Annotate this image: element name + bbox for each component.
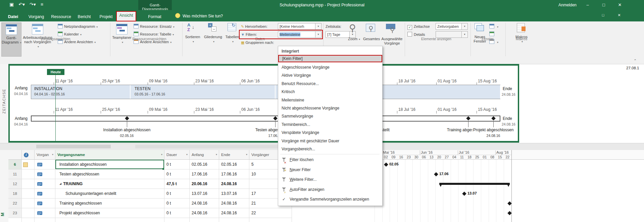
splitter-thumb[interactable] [36, 145, 111, 148]
table-cell-anfang[interactable]: 13.07.16 [190, 189, 219, 199]
arrange-all-button[interactable]: ▾ [489, 23, 498, 30]
close-icon[interactable]: ✕ [617, 2, 623, 7]
table-cell-info[interactable] [22, 160, 35, 169]
timeline-bar-primary[interactable]: INSTALLATION04.04.16 - 02.05.16TESTEN03.… [31, 85, 500, 99]
gantt-milestone-diamond[interactable] [434, 172, 438, 176]
column-filter-arrow-icon[interactable]: ▾ [161, 150, 162, 159]
column-filter-arrow-icon[interactable]: ▾ [246, 150, 247, 159]
table-cell-anfang[interactable]: 17.06.16 [190, 169, 219, 179]
table-cell-id[interactable]: 12 [8, 179, 22, 189]
table-cell-info[interactable] [22, 169, 35, 179]
table-cell-name[interactable]: Testen abgeschlossen [55, 169, 164, 179]
selection-fill-handle[interactable] [162, 168, 164, 170]
table-cell-dauer[interactable]: 0 t [164, 160, 190, 169]
table-cell-name[interactable]: ◢TRAINING [55, 179, 164, 189]
tab-format[interactable]: Format [142, 12, 167, 21]
column-filter-arrow-icon[interactable]: ▾ [216, 150, 217, 159]
collapse-triangle-icon[interactable]: ◢ [59, 182, 61, 185]
dropdown-item[interactable]: Vorgänge mit geschätzter Dauer [278, 137, 382, 145]
timeline-bar-section[interactable]: INSTALLATION04.04.16 - 02.05.16 [31, 85, 131, 99]
selected-tasks-button[interactable]: ⚲ AusgewählteVorgänge [381, 22, 403, 56]
note-icon[interactable] [23, 162, 28, 167]
table-cell-dauer[interactable]: 0 t [164, 169, 190, 179]
dropdown-item[interactable]: Vorgangsbereich... [278, 145, 382, 153]
column-filter-arrow-icon[interactable]: ▾ [52, 150, 53, 159]
table-cell-ende[interactable]: 02.05.16 [219, 160, 249, 169]
table-cell-info[interactable] [22, 208, 35, 218]
dropdown-item[interactable]: Meilensteine [278, 96, 382, 104]
table-cell-name[interactable]: Installation abgeschlossen [55, 160, 164, 169]
column-header-anfang[interactable]: Anfang▾ [190, 150, 219, 160]
table-cell-mode[interactable] [35, 169, 55, 179]
column-header-info[interactable]: i [22, 150, 35, 160]
table-cell-info[interactable] [22, 189, 35, 199]
table-cell-name[interactable]: Projekt abgeschlossen [55, 208, 164, 218]
table-cell-info[interactable] [22, 179, 35, 189]
table-cell-mode[interactable] [35, 208, 55, 218]
column-header-name[interactable]: Vorgangsname▾ [55, 150, 164, 160]
dropdown-item[interactable]: Benutzt Ressource... [278, 80, 382, 87]
gantt-chart-button[interactable]: Gantt-Diagramm▾ [1, 22, 21, 57]
timeline-view-combo[interactable]: Zeitvorgaben▾ [436, 23, 468, 30]
highlight-combo[interactable]: [Keine Hervorh▾ [278, 23, 321, 30]
table-cell-id[interactable]: 18 [8, 189, 22, 199]
dropdown-action-check[interactable]: Verwandte Sammelvorgangszeilen anzeigen✓ [278, 195, 382, 203]
table-cell-ende[interactable]: 17.06.16 [219, 169, 249, 179]
table-cell-id[interactable]: 23 [8, 208, 22, 218]
gantt-summary-bar[interactable] [439, 183, 510, 185]
table-cell-dauer[interactable]: 47,5 t [164, 179, 190, 189]
table-cell-dauer[interactable]: 0 t [164, 199, 190, 208]
tab-ansicht[interactable]: Ansicht [116, 11, 136, 21]
gantt-milestone-diamond[interactable] [507, 211, 512, 215]
collapse-ribbon-icon[interactable]: ⌃ [634, 59, 637, 63]
sort-button[interactable]: A Z ↓ Sortieren▾ [184, 22, 201, 56]
table-cell-ende[interactable]: 24.08.16 [219, 208, 249, 218]
dropdown-action-filter-new[interactable]: Neuer Filter✳ [278, 166, 382, 174]
column-header-mode[interactable]: Vorgan▾ [35, 150, 55, 160]
timeline-bar-secondary[interactable] [31, 116, 500, 122]
outline-button[interactable]: + – Gliederung▾ [203, 22, 224, 56]
table-cell-mode[interactable] [35, 199, 55, 208]
table-cell-ende[interactable]: 24.08.16 [219, 179, 249, 189]
table-cell-dauer[interactable]: 0 t [164, 208, 190, 218]
dropdown-item[interactable]: Kritisch [278, 88, 382, 95]
tab-bericht[interactable]: Bericht [74, 12, 95, 21]
table-cell-mode[interactable] [35, 160, 55, 169]
table-cell-ende[interactable]: 24.08.16 [219, 199, 249, 208]
gantt-milestone-diamond[interactable] [384, 162, 388, 167]
table-cell-info[interactable] [22, 199, 35, 208]
column-header-id[interactable] [8, 150, 22, 160]
table-cell-mode[interactable] [35, 179, 55, 189]
table-cell-anfang[interactable]: 02.05.16 [190, 160, 219, 169]
table-cell-name[interactable]: Training abgeschlossen [55, 199, 164, 208]
dropdown-item[interactable]: Terminbereich... [278, 121, 382, 128]
doc-close-icon[interactable]: ✕ [616, 13, 622, 17]
table-cell-mode[interactable] [35, 189, 55, 199]
dropdown-action-filter-clear[interactable]: Filter löschen✕ [278, 156, 382, 164]
doc-restore-icon[interactable]: □ [600, 13, 606, 17]
timeline-checkbox[interactable]: ✓Zeitachse [407, 23, 430, 30]
table-cell-anfang[interactable]: 24.08.16 [190, 208, 219, 218]
tell-me-search[interactable]: Was möchten Sie tun? [175, 13, 223, 18]
column-header-dauer[interactable]: Dauer▾ [164, 150, 190, 160]
column-filter-arrow-icon[interactable]: ▾ [186, 150, 188, 159]
tab-ressource[interactable]: Ressource [49, 12, 73, 21]
restore-icon[interactable]: □ [601, 2, 607, 7]
dropdown-item[interactable]: Verspätete Vorgänge [278, 129, 382, 136]
dropdown-item[interactable]: Sammelvorgänge [278, 113, 382, 120]
dropdown-item[interactable]: Abgeschlossene Vorgänge [278, 64, 382, 71]
dropdown-action-filter-more[interactable]: Weitere Filter... [278, 175, 382, 183]
tab-projekt[interactable]: Projekt [95, 12, 117, 21]
table-cell-ende[interactable]: 13.07.16 [219, 189, 249, 199]
timeline-bar-section[interactable]: TESTEN03.05.16 - 17.06.16 [132, 85, 276, 99]
dropdown-item[interactable]: Nicht abgeschlossene Vorgänge [278, 104, 382, 112]
column-header-ende[interactable]: Ende▾ [219, 150, 249, 160]
table-cell-id[interactable]: 22 [8, 199, 22, 208]
table-cell-anfang[interactable]: 20.06.16 [190, 179, 219, 189]
table-cell-id[interactable]: 11 [8, 169, 22, 179]
dropdown-action-autofilter[interactable]: AutoFilter anzeigen⚡ [278, 186, 382, 194]
tab-vorgang[interactable]: Vorgang [24, 12, 48, 21]
dropdown-item-kein-filter[interactable]: [Kein Filter] [278, 55, 382, 62]
table-cell-vorg[interactable]: 22 [249, 208, 292, 218]
network-diagram-button[interactable]: Netzplandiagramm▾ [58, 23, 98, 30]
